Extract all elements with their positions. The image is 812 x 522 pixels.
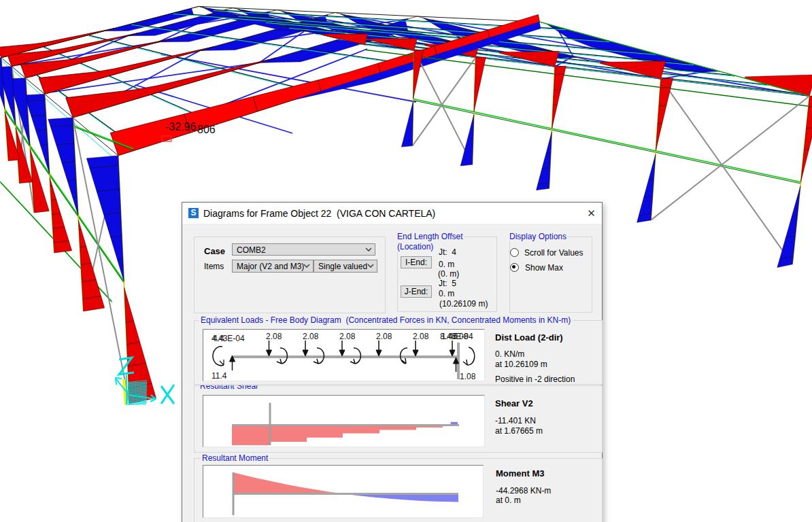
svg-text:1.08: 1.08: [460, 372, 476, 379]
svg-text:7.08: 7.08: [452, 332, 469, 341]
svg-text:2.08: 2.08: [376, 332, 392, 341]
svg-text:806: 806: [197, 124, 216, 135]
svg-text:2.08: 2.08: [339, 332, 356, 341]
svg-text:2.08: 2.08: [413, 332, 429, 341]
svg-text:2.08: 2.08: [303, 332, 319, 341]
svg-text:4.4: 4.4: [213, 334, 224, 343]
svg-text:-32.96: -32.96: [165, 121, 196, 133]
svg-text:2.08: 2.08: [266, 332, 282, 341]
svg-text:11.4: 11.4: [212, 371, 227, 379]
